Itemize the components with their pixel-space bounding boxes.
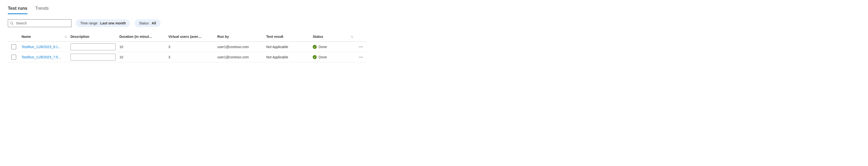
status-text: Done [319,55,327,59]
row-virtual-users-cell: 3 [166,42,215,52]
svg-point-3 [360,46,361,47]
col-actions [355,32,367,42]
more-actions-button[interactable] [357,43,365,51]
col-checkbox [8,32,20,42]
filter-time-range-value: Last one month [100,21,126,25]
row-duration-cell: 10 [118,52,166,62]
filter-status-label: Status : [139,21,151,25]
row-name-cell: TestRun_11/8/2023_9:1… [20,42,68,52]
row-checkbox[interactable] [11,44,16,49]
tab-test-runs[interactable]: Test runs [8,4,27,14]
sort-icon: ↑↓ [351,35,353,38]
svg-point-5 [359,57,360,57]
row-run-by-cell: user1@contoso.com [215,52,264,62]
col-status[interactable]: Status ↑↓ [311,32,355,42]
col-duration[interactable]: Duration (in minut… [118,32,166,42]
description-input[interactable] [70,43,116,50]
test-runs-table: Name ↑↓ Description Duration (in minut… … [8,32,860,62]
test-run-link[interactable]: TestRun_11/8/2023_9:1… [22,45,61,49]
row-status-cell: Done [311,42,355,52]
filter-time-range-label: Time range : [80,21,99,25]
row-virtual-users-cell: 3 [166,52,215,62]
col-test-result[interactable]: Test result [264,32,311,42]
col-description-label: Description [70,35,89,39]
row-checkbox-cell [8,52,20,62]
row-status-cell: Done [311,52,355,62]
col-virtual-users[interactable]: Virtual users (aver… [166,32,215,42]
svg-point-7 [362,57,363,57]
row-name-cell: TestRun_11/8/2023_7:5… [20,52,68,62]
status-text: Done [319,45,327,49]
svg-point-2 [359,46,360,47]
more-actions-button[interactable] [357,53,365,61]
search-box[interactable] [8,19,71,27]
filter-row: Time range : Last one month Status : All [8,19,860,27]
check-circle-icon [313,45,317,49]
row-description-cell [68,42,118,52]
col-description[interactable]: Description [68,32,118,42]
col-duration-label: Duration (in minut… [119,35,152,39]
row-checkbox[interactable] [11,55,16,59]
row-checkbox-cell [8,42,20,52]
search-icon [10,22,13,25]
svg-line-1 [12,24,13,25]
row-run-by-cell: user1@contoso.com [215,42,264,52]
svg-point-4 [362,46,363,47]
row-actions-cell [355,52,367,62]
svg-point-6 [360,57,361,57]
search-input[interactable] [16,21,69,26]
filter-time-range[interactable]: Time range : Last one month [76,19,130,27]
tab-trends[interactable]: Trends [35,4,49,14]
col-run-by-label: Run by [217,35,229,39]
more-horizontal-icon [359,57,363,57]
more-horizontal-icon [359,46,363,47]
col-virtual-users-label: Virtual users (aver… [168,35,202,39]
description-input[interactable] [70,54,116,60]
row-description-cell [68,52,118,62]
tabs-bar: Test runs Trends [8,4,860,14]
row-test-result-cell: Not Applicable [264,42,311,52]
col-test-result-label: Test result [266,35,283,39]
row-duration-cell: 10 [118,42,166,52]
filter-status-value: All [152,21,156,25]
check-circle-icon [313,55,317,59]
sort-icon: ↑↓ [64,35,67,38]
col-status-label: Status [313,35,323,39]
col-run-by[interactable]: Run by [215,32,264,42]
row-test-result-cell: Not Applicable [264,52,311,62]
filter-status[interactable]: Status : All [134,19,160,27]
test-run-link[interactable]: TestRun_11/8/2023_7:5… [22,55,61,59]
row-actions-cell [355,42,367,52]
col-name[interactable]: Name ↑↓ [20,32,68,42]
col-name-label: Name [22,35,31,39]
svg-point-0 [10,22,13,24]
